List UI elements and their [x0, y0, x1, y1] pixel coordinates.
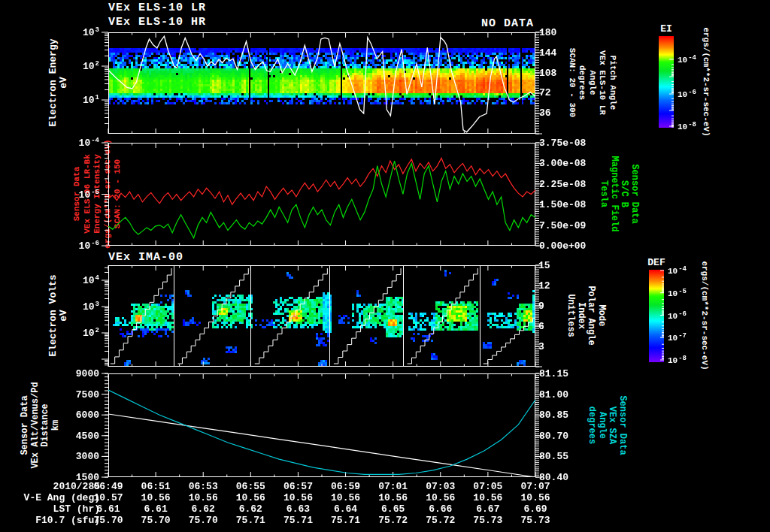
tick-label: 75.70: [141, 515, 171, 526]
tick-label: 10-6: [668, 310, 687, 321]
tick-label: 1.50e-08: [539, 199, 586, 210]
tick-label: 10.56: [520, 492, 550, 503]
tick-label: 6.65: [381, 503, 405, 515]
altitude-trace: [108, 414, 535, 477]
tick-label: 06:51: [141, 481, 171, 492]
tick-label: 10.56: [189, 492, 218, 503]
tick-label: 80.55: [539, 451, 568, 462]
tick-label: 10-8: [678, 121, 696, 132]
tick-label: 10-7: [668, 332, 687, 343]
tick-label: 3.00e-08: [539, 158, 586, 169]
tick-label: 6.69: [523, 503, 547, 515]
tick-label: 06:53: [189, 481, 218, 492]
tick-label: 72: [539, 87, 551, 98]
panel-frame: [109, 266, 535, 367]
tick-label: 2.25e-08: [539, 178, 586, 189]
tick-label: 4500: [76, 430, 99, 441]
tick-label: 6.66: [429, 503, 452, 515]
tick-label: 3: [538, 341, 544, 352]
tick-label: 144: [539, 47, 556, 58]
tick-label: 75.72: [426, 515, 455, 526]
tick-label: 10.56: [141, 492, 171, 503]
tick-label: 80.70: [539, 430, 568, 441]
tick-label: 10-6: [678, 89, 696, 100]
tick-label: 07:03: [426, 481, 455, 492]
tick-label: 180: [539, 27, 556, 38]
sza-trace: [108, 390, 535, 474]
tick-label: 75.71: [331, 515, 360, 526]
tick-label: 75.70: [93, 515, 123, 526]
tick-label: 80.85: [539, 410, 568, 421]
tick-label: 103: [83, 26, 99, 38]
tick-label: 75.71: [283, 515, 313, 526]
tick-label: 10.56: [473, 492, 502, 503]
tick-label: 6.62: [239, 503, 262, 515]
tick-label: 7500: [76, 388, 99, 400]
tick-label: 10-4: [79, 137, 99, 149]
tick-label: 101: [83, 94, 99, 106]
tick-label: 10.56: [378, 492, 408, 503]
tick-label: 9: [538, 301, 544, 312]
pitch-angle-overlay: [108, 32, 535, 134]
tick-label: 15: [538, 260, 550, 271]
tick-label: 3000: [76, 451, 99, 462]
tick-label: 102: [83, 327, 99, 339]
tick-label: 07:07: [520, 481, 550, 492]
tick-label: 10.56: [283, 492, 313, 503]
tick-label: 10-5: [668, 287, 687, 298]
intensity-b-field-plot: [108, 143, 535, 246]
tick-label: 10-6: [79, 240, 99, 252]
tick-label: 06:49: [93, 481, 123, 492]
plot-stage: VEx ELS-10 LR VEx ELS-10 HR NO DATA VEx …: [0, 0, 770, 532]
tick-label: 6.67: [476, 503, 499, 515]
tick-label: 75.73: [520, 515, 550, 526]
tick-label: V-E Ang (deg): [24, 492, 100, 503]
tick-label: 6: [538, 321, 544, 332]
tick-label: LST (hr): [53, 503, 100, 515]
els-intensity-trace: [108, 159, 535, 205]
tick-label: 12: [538, 280, 550, 292]
tick-label: 10-4: [668, 265, 687, 277]
tick-label: 10-8: [668, 355, 687, 366]
tick-label: 10-4: [678, 54, 696, 65]
pitch-angle-trace: [108, 36, 535, 132]
altitude-sza-plot: [108, 373, 535, 477]
tick-label: 75.71: [236, 515, 265, 526]
tick-label: 10.56: [331, 492, 360, 503]
tick-label: 07:05: [473, 481, 502, 492]
tick-label: 6000: [76, 410, 99, 421]
tick-label: 7.50e-09: [539, 219, 586, 231]
tick-label: 75.70: [189, 515, 218, 526]
tick-label: 06:59: [331, 481, 360, 492]
tick-label: 06:57: [283, 481, 313, 492]
tick-label: 6.61: [96, 503, 120, 515]
tick-label: 36: [539, 107, 551, 119]
tick-label: 81.15: [539, 368, 568, 379]
tick-label: 3.75e-08: [539, 138, 586, 149]
tick-label: 81.00: [539, 388, 568, 400]
tick-label: F10.7 (sfu): [35, 515, 100, 526]
tick-label: 10.56: [426, 492, 455, 503]
tick-label: 75.72: [378, 515, 408, 526]
tick-label: 6.63: [286, 503, 310, 515]
tick-label: 10-5: [79, 188, 99, 200]
tick-label: 104: [83, 274, 99, 286]
tick-label: 6.64: [334, 503, 357, 515]
tick-label: 10.56: [236, 492, 265, 503]
tick-label: 75.73: [473, 515, 502, 526]
tick-label: 06:55: [236, 481, 265, 492]
tick-label: 9000: [76, 368, 99, 379]
tick-label: 102: [83, 60, 99, 72]
tick-label: 6.61: [144, 503, 168, 515]
tick-label: 103: [83, 301, 99, 313]
tick-label: 10.57: [93, 492, 123, 503]
tick-label: 6.62: [192, 503, 215, 515]
tick-label: 0.00e+00: [539, 240, 586, 252]
tick-label: 07:01: [378, 481, 408, 492]
tick-label: 108: [539, 67, 556, 78]
